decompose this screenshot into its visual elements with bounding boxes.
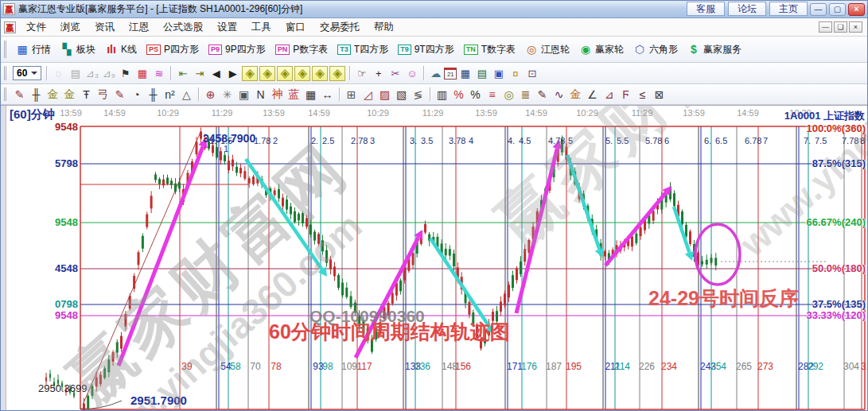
close-button[interactable]: × xyxy=(848,3,865,16)
money-tool-button[interactable]: ¤ xyxy=(507,65,524,81)
menu-item-6[interactable]: 工具 xyxy=(244,19,278,36)
gann-diamond-cross-button[interactable]: ◈ xyxy=(294,66,310,81)
calculator-tool-button[interactable]: ▦ xyxy=(457,65,473,81)
gann-diamond-plus-button[interactable]: ◈ xyxy=(329,66,345,81)
grid-lines-tool[interactable]: ╫ xyxy=(28,87,45,103)
gold-circle-tool[interactable]: ◎ xyxy=(500,87,517,103)
gold-grid2-tool[interactable]: 金 xyxy=(61,87,78,103)
percent-tool[interactable]: % xyxy=(450,87,467,103)
t-square-button[interactable]: T3T四方形 xyxy=(333,41,393,58)
angle-tool[interactable]: △ xyxy=(178,87,195,103)
crosshair-tool-button[interactable]: + xyxy=(370,65,387,81)
lan-tool[interactable]: 蓝 xyxy=(286,87,302,103)
wave9-icon[interactable]: ⊿₉ xyxy=(100,65,117,81)
levels-tool[interactable]: ≡ xyxy=(484,87,500,103)
hatch-box-tool[interactable]: ▨ xyxy=(376,87,393,103)
winner-wheel-button[interactable]: ◉赢家轮 xyxy=(574,41,629,58)
forum-button[interactable]: 论坛 xyxy=(728,2,766,16)
clock-circle-tool[interactable]: ◔ xyxy=(128,87,145,103)
color-levels-icon[interactable]: ≋ xyxy=(150,65,167,81)
menu-item-2[interactable]: 资讯 xyxy=(88,19,122,36)
cycle-wave-tool[interactable]: ∿ xyxy=(551,87,567,103)
angle-line-tool[interactable]: ∠ xyxy=(584,87,601,103)
menu-item-1[interactable]: 浏览 xyxy=(53,19,88,36)
next-bar-button[interactable]: ▶ xyxy=(224,65,241,81)
printer-tool-button[interactable]: ⊡ xyxy=(524,65,540,81)
sectors-button[interactable]: ▚板块 xyxy=(56,41,100,58)
hand-tool-button[interactable]: ☞ xyxy=(353,65,370,81)
box-grid-tool[interactable]: ▣ xyxy=(235,87,252,103)
gann-diamond-horizontal-button[interactable]: ◈ xyxy=(277,66,293,81)
menu-item-8[interactable]: 交易委托 xyxy=(313,19,367,36)
scribble-icon[interactable]: ◌ xyxy=(50,65,67,81)
grid2-tool[interactable]: ╫ xyxy=(145,87,162,103)
p-number-table-button[interactable]: PNP数字表 xyxy=(271,41,333,58)
kline-button[interactable]: ılıK线 xyxy=(100,41,142,58)
t-number-table-button[interactable]: TNT数字表 xyxy=(459,41,520,58)
percent2-tool[interactable]: % xyxy=(467,87,484,103)
face-tool-button[interactable]: ☺ xyxy=(403,65,420,81)
star-burst-tool[interactable]: ✳ xyxy=(219,87,235,103)
minimize-button[interactable]: — xyxy=(810,3,827,16)
grid123-tool[interactable]: ▦ xyxy=(302,87,319,103)
price-chart[interactable]: 1.1.51.7822.2.52.7833.3.53.7844.4.54.785… xyxy=(1,106,867,411)
mind-tool-button[interactable]: ☁ xyxy=(427,65,444,81)
bow-tool[interactable]: 弓 xyxy=(95,87,111,103)
width-measure-tool[interactable]: ↔ xyxy=(319,87,336,103)
flag-marker-icon[interactable]: ⚑ xyxy=(117,65,134,81)
annotate-tool[interactable]: ✎ xyxy=(534,87,551,103)
maximize-button[interactable]: ▢ xyxy=(829,3,846,16)
hatch-box2-tool[interactable]: ▧ xyxy=(393,87,410,103)
speed-line-tool[interactable]: ≤ xyxy=(634,87,651,103)
menu-item-3[interactable]: 江恩 xyxy=(122,19,156,36)
first-bar-button[interactable]: ⇤ xyxy=(174,65,191,81)
gann-circle-tool[interactable]: ⊕ xyxy=(202,87,219,103)
9p-square-button[interactable]: P99P四方形 xyxy=(204,41,271,58)
close-box-tool[interactable]: ⊠ xyxy=(651,87,668,103)
quotes-button[interactable]: ▦行情 xyxy=(11,41,56,58)
9t-square-button[interactable]: T99T四方形 xyxy=(393,41,459,58)
pencil2-tool[interactable]: ✎ xyxy=(111,87,128,103)
save-tool-button[interactable]: ▣ xyxy=(490,65,507,81)
column-grid-tool[interactable]: ▥ xyxy=(434,87,450,103)
window-grid-tool[interactable]: ⊞ xyxy=(343,87,360,103)
f-angle-tool[interactable]: Ϝ xyxy=(617,87,634,103)
child-minimize-button[interactable]: — xyxy=(819,21,832,33)
p-square-button[interactable]: PSP四方形 xyxy=(142,41,204,58)
prev-bar-button[interactable]: ◀ xyxy=(208,65,224,81)
t-line-tool[interactable]: Ŧ xyxy=(78,87,95,103)
pencil-tool[interactable]: ✎ xyxy=(11,87,28,103)
winner-service-button[interactable]: $赢家服务 xyxy=(683,41,746,58)
note-icon[interactable]: ▤ xyxy=(67,65,84,81)
menu-item-4[interactable]: 公式选股 xyxy=(156,19,210,36)
child-restore-button[interactable]: ❏ xyxy=(834,21,847,33)
wave3-icon[interactable]: ⊿₃ xyxy=(84,65,100,81)
red-square-chart-icon[interactable]: ▦ xyxy=(134,65,150,81)
wave-mark-tool[interactable]: Ν xyxy=(252,87,269,103)
cut-tool-button[interactable]: ✂ xyxy=(387,65,403,81)
zigzag-lines-tool[interactable]: ≶ xyxy=(410,87,426,103)
gold-grid-tool[interactable]: 金 xyxy=(45,87,61,103)
n-square-tool[interactable]: n² xyxy=(162,87,178,103)
menu-item-9[interactable]: 帮助 xyxy=(367,19,401,36)
period-select[interactable]: 60 xyxy=(13,66,41,80)
calendar-tool-button[interactable]: 21 xyxy=(444,68,457,79)
last-bar-button[interactable]: ⇥ xyxy=(191,65,208,81)
child-close-button[interactable]: × xyxy=(849,21,862,33)
notebook-tool-button[interactable]: ▤ xyxy=(473,65,490,81)
menu-item-5[interactable]: 设置 xyxy=(210,19,244,36)
gann-diamond-left-button[interactable]: ◈ xyxy=(242,66,258,81)
gann-diamond-star-button[interactable]: ◈ xyxy=(312,66,328,81)
triangle-tool[interactable]: ⊿ xyxy=(601,87,617,103)
menu-item-7[interactable]: 窗口 xyxy=(278,19,313,36)
gold-levels-tool[interactable]: ≣ xyxy=(517,87,534,103)
gann-diamond-query-button[interactable]: ◈ xyxy=(259,66,275,81)
gann-wheel-button[interactable]: ◎江恩轮 xyxy=(520,41,574,58)
shen-tool[interactable]: 神 xyxy=(269,87,286,103)
hexagon-button[interactable]: ⬡六角形 xyxy=(629,41,683,58)
customer-service-button[interactable]: 客服 xyxy=(687,2,725,16)
menu-item-0[interactable]: 文件 xyxy=(19,19,53,36)
home-button[interactable]: 主页 xyxy=(769,2,808,16)
gold-text-tool[interactable]: 金 xyxy=(567,87,584,103)
fan-lines-tool[interactable]: ◿ xyxy=(360,87,376,103)
